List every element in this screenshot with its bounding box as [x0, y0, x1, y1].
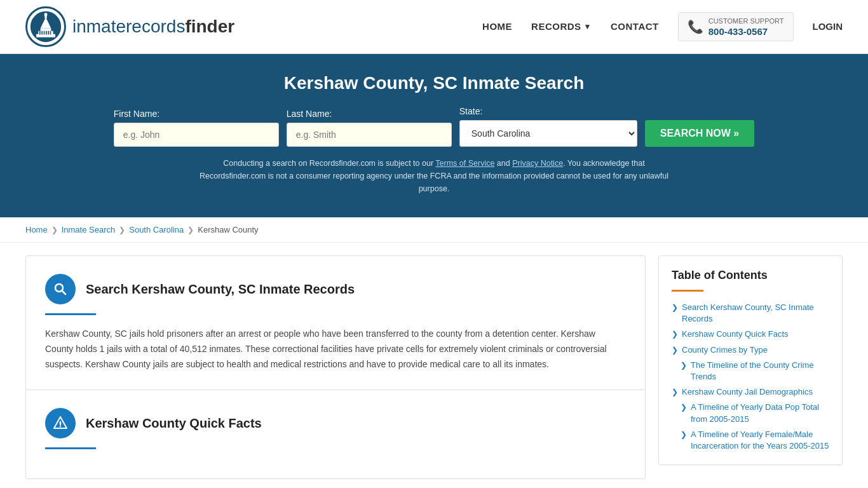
breadcrumb-inmate-search[interactable]: Inmate Search: [62, 225, 116, 234]
section1-header: Search Kershaw County, SC Inmate Records: [45, 274, 626, 304]
toc-chevron-7: ❯: [681, 430, 687, 439]
svg-rect-11: [50, 31, 51, 35]
toc-link-2[interactable]: Kershaw County Quick Facts: [682, 329, 789, 340]
last-name-input[interactable]: [287, 123, 452, 147]
toc-link-4[interactable]: The Timeline of the County Crime Trends: [691, 360, 829, 383]
section-quick-facts: Kershaw County Quick Facts: [25, 390, 646, 479]
toc-item-5: ❯ Kershaw County Jail Demographics: [672, 386, 829, 398]
breadcrumb-county: Kershaw County: [198, 225, 258, 234]
first-name-label: First Name:: [114, 109, 159, 119]
privacy-link[interactable]: Privacy Notice: [512, 159, 563, 168]
last-name-label: Last Name:: [287, 109, 332, 119]
toc-item-4: ❯ The Timeline of the County Crime Trend…: [672, 360, 829, 383]
main-container: Search Kershaw County, SC Inmate Records…: [0, 243, 868, 488]
svg-rect-10: [48, 31, 49, 35]
toc-chevron-3: ❯: [672, 346, 678, 355]
state-select[interactable]: South Carolina Alabama Alaska Arizona Ca…: [459, 120, 637, 147]
content-area: Search Kershaw County, SC Inmate Records…: [25, 255, 646, 479]
support-box[interactable]: 📞 CUSTOMER SUPPORT 800-433-0567: [678, 12, 794, 41]
search-form: First Name: Last Name: State: South Caro…: [25, 106, 843, 147]
section2-title: Kershaw County Quick Facts: [86, 416, 262, 431]
toc-chevron-2: ❯: [672, 330, 678, 339]
breadcrumb-sep-3: ❯: [187, 226, 194, 234]
section1-divider: [45, 313, 96, 315]
disclaimer-text: Conducting a search on Recordsfinder.com…: [193, 157, 675, 195]
toc-chevron-4: ❯: [681, 361, 687, 370]
toc-chevron-5: ❯: [672, 388, 678, 396]
svg-rect-9: [46, 31, 47, 35]
site-header: inmaterecordsfinder HOME RECORDS ▼ CONTA…: [0, 0, 868, 54]
toc-item-1: ❯ Search Kershaw County, SC Inmate Recor…: [672, 302, 829, 325]
info-icon-circle: [45, 408, 76, 438]
section1-title: Search Kershaw County, SC Inmate Records: [86, 282, 355, 297]
toc-item-6: ❯ A Timeline of Yearly Data Pop Total fr…: [672, 402, 829, 424]
svg-point-5: [44, 13, 48, 16]
toc-item-3: ❯ County Crimes by Type: [672, 344, 829, 356]
toc-link-1[interactable]: Search Kershaw County, SC Inmate Records: [682, 302, 829, 325]
main-nav: HOME RECORDS ▼ CONTACT 📞 CUSTOMER SUPPOR…: [482, 12, 843, 41]
tos-link[interactable]: Terms of Service: [435, 159, 494, 168]
breadcrumb-home[interactable]: Home: [25, 225, 48, 234]
toc-chevron-1: ❯: [672, 303, 678, 312]
state-group: State: South Carolina Alabama Alaska Ari…: [459, 106, 637, 147]
state-label: State:: [459, 106, 483, 116]
logo-area: inmaterecordsfinder: [25, 6, 234, 47]
section2-divider: [45, 447, 96, 449]
toc-box: Table of Contents ❯ Search Kershaw Count…: [658, 255, 843, 465]
toc-divider: [672, 290, 703, 292]
sidebar: Table of Contents ❯ Search Kershaw Count…: [658, 255, 843, 479]
toc-link-6[interactable]: A Timeline of Yearly Data Pop Total from…: [691, 402, 829, 424]
breadcrumb-sep-1: ❯: [51, 226, 58, 234]
logo-text: inmaterecordsfinder: [72, 17, 234, 37]
search-icon-circle: [45, 274, 76, 304]
page-title: Kershaw County, SC Inmate Search: [25, 73, 843, 93]
toc-link-5[interactable]: Kershaw County Jail Demographics: [682, 386, 813, 398]
nav-contact[interactable]: CONTACT: [611, 21, 659, 32]
toc-item-2: ❯ Kershaw County Quick Facts: [672, 329, 829, 340]
breadcrumb: Home ❯ Inmate Search ❯ South Carolina ❯ …: [0, 217, 868, 243]
svg-rect-6: [39, 31, 41, 35]
phone-icon: 📞: [688, 19, 703, 34]
section2-header: Kershaw County Quick Facts: [45, 408, 626, 438]
toc-title: Table of Contents: [672, 269, 829, 282]
last-name-group: Last Name:: [287, 109, 452, 147]
hero-section: Kershaw County, SC Inmate Search First N…: [0, 54, 868, 217]
nav-records[interactable]: RECORDS ▼: [531, 21, 592, 32]
nav-login[interactable]: LOGIN: [813, 21, 843, 32]
toc-chevron-6: ❯: [681, 403, 687, 412]
toc-link-3[interactable]: County Crimes by Type: [682, 344, 768, 356]
svg-line-13: [62, 291, 66, 295]
breadcrumb-state[interactable]: South Carolina: [129, 225, 184, 234]
toc-item-7: ❯ A Timeline of Yearly Female/Male Incar…: [672, 429, 829, 452]
logo-icon: [25, 6, 66, 47]
breadcrumb-sep-2: ❯: [119, 226, 125, 234]
first-name-input[interactable]: [114, 123, 279, 147]
svg-rect-8: [44, 31, 45, 35]
toc-link-7[interactable]: A Timeline of Yearly Female/Male Incarce…: [691, 429, 829, 452]
support-info: CUSTOMER SUPPORT 800-433-0567: [709, 17, 784, 36]
toc-list: ❯ Search Kershaw County, SC Inmate Recor…: [672, 302, 829, 452]
first-name-group: First Name:: [114, 109, 279, 147]
svg-rect-7: [41, 31, 43, 35]
svg-point-15: [60, 426, 61, 427]
section-search-records: Search Kershaw County, SC Inmate Records…: [25, 255, 646, 390]
section1-text: Kershaw County, SC jails hold prisoners …: [45, 327, 626, 372]
nav-home[interactable]: HOME: [482, 21, 512, 32]
search-button[interactable]: SEARCH NOW »: [645, 120, 754, 147]
